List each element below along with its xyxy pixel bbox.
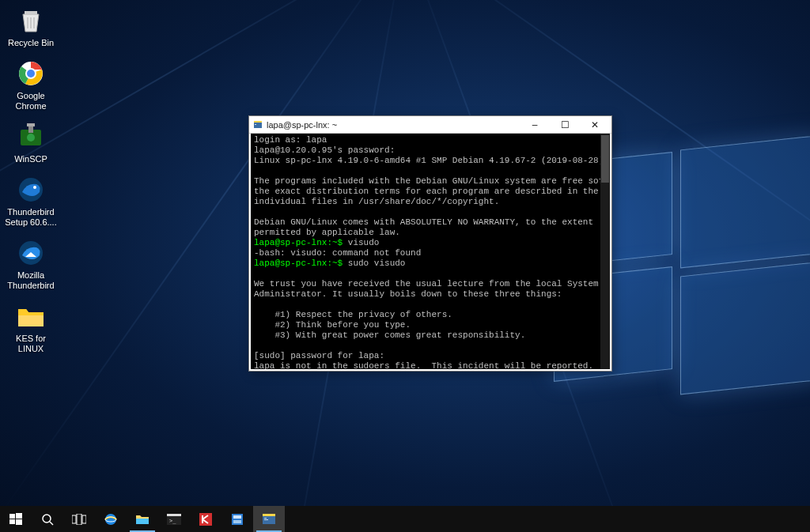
svg-rect-20 — [72, 515, 76, 523]
desktop-icon-recycle-bin[interactable]: Recycle Bin — [3, 2, 59, 53]
svg-rect-13 — [255, 124, 256, 125]
desktop-icon-thunderbird-setup[interactable]: Thunderbird Setup 60.6.... — [3, 171, 59, 232]
putty-icon — [262, 513, 276, 526]
start-button[interactable] — [0, 506, 32, 532]
svg-rect-0 — [25, 11, 37, 14]
svg-rect-32 — [233, 520, 241, 523]
terminal-area[interactable]: login as: lapalapa@10.20.0.95's password… — [251, 134, 610, 369]
desktop-icon-label: KES for LINUX — [3, 334, 59, 354]
scrollbar-thumb[interactable] — [601, 135, 609, 183]
svg-rect-35 — [264, 518, 267, 519]
taskbar-kaspersky[interactable] — [190, 506, 221, 532]
svg-rect-15 — [16, 513, 22, 519]
desktop-icon-label: Thunderbird Setup 60.6.... — [3, 207, 59, 228]
folder-icon — [15, 300, 47, 332]
putty-window[interactable]: lapa@sp-pc-lnx: ~ – ☐ ✕ login as: lapala… — [248, 115, 612, 372]
taskbar-putty[interactable] — [253, 506, 285, 532]
svg-rect-6 — [27, 123, 35, 126]
svg-point-18 — [43, 515, 51, 523]
svg-line-19 — [50, 522, 53, 525]
desktop-icon-label: Recycle Bin — [3, 38, 59, 48]
svg-rect-21 — [77, 514, 81, 525]
desktop-icon-winscp[interactable]: WinSCP — [3, 118, 59, 169]
windows-icon — [9, 513, 22, 526]
taskbar-app[interactable] — [221, 506, 253, 532]
app-icon — [230, 512, 244, 526]
search-button[interactable] — [32, 506, 63, 532]
svg-rect-34 — [263, 514, 275, 516]
svg-rect-22 — [82, 515, 86, 523]
desktop-icon-label: Google Chrome — [3, 91, 59, 111]
ie-icon — [104, 512, 118, 526]
svg-rect-29 — [199, 513, 212, 526]
taskbar-explorer[interactable] — [127, 506, 158, 532]
folder-icon — [135, 513, 150, 526]
winscp-icon — [15, 121, 47, 153]
recycle-bin-icon — [15, 5, 47, 36]
search-icon — [41, 513, 54, 526]
terminal-scrollbar[interactable] — [600, 134, 610, 369]
desktop-icon-google-chrome[interactable]: Google Chrome — [3, 55, 59, 116]
chrome-icon — [15, 58, 47, 89]
maximize-button[interactable]: ☐ — [550, 117, 580, 133]
taskbar-ie[interactable] — [95, 506, 127, 532]
desktop-icon-kes-linux[interactable]: KES for LINUX — [3, 297, 59, 359]
svg-rect-14 — [9, 514, 15, 519]
close-button[interactable]: ✕ — [580, 117, 610, 133]
thunderbird-icon — [15, 237, 47, 269]
putty-icon — [252, 119, 263, 130]
svg-rect-31 — [233, 515, 241, 519]
svg-rect-11 — [254, 123, 262, 128]
svg-point-3 — [27, 70, 35, 77]
taskbar-cmd[interactable]: >_ — [158, 506, 190, 532]
svg-rect-25 — [136, 519, 149, 524]
desktop-icon-label: WinSCP — [3, 154, 59, 164]
cmd-icon: >_ — [167, 514, 181, 525]
taskbar: >_ — [0, 506, 810, 532]
desktop-icons: Recycle Bin Google Chrome WinSCP Thunder… — [3, 0, 66, 359]
putty-titlebar[interactable]: lapa@sp-pc-lnx: ~ – ☐ ✕ — [249, 116, 611, 134]
taskview-button[interactable] — [63, 506, 95, 532]
kaspersky-icon — [199, 512, 213, 526]
minimize-button[interactable]: – — [520, 117, 550, 133]
terminal-output[interactable]: login as: lapalapa@10.20.0.95's password… — [251, 134, 600, 369]
svg-rect-36 — [264, 519, 268, 520]
svg-rect-17 — [16, 519, 22, 525]
svg-point-7 — [27, 134, 35, 141]
putty-title: lapa@sp-pc-lnx: ~ — [267, 120, 520, 130]
desktop-icon-mozilla-thunderbird[interactable]: Mozilla Thunderbird — [3, 234, 59, 296]
svg-rect-16 — [9, 519, 15, 524]
desktop-icon-label: Mozilla Thunderbird — [3, 270, 59, 291]
svg-rect-12 — [254, 121, 262, 123]
svg-point-9 — [33, 186, 36, 189]
svg-rect-27 — [167, 514, 181, 516]
svg-text:>_: >_ — [169, 518, 176, 524]
taskview-icon — [72, 514, 86, 525]
svg-point-23 — [105, 514, 116, 525]
thunderbird-setup-icon — [15, 174, 47, 206]
